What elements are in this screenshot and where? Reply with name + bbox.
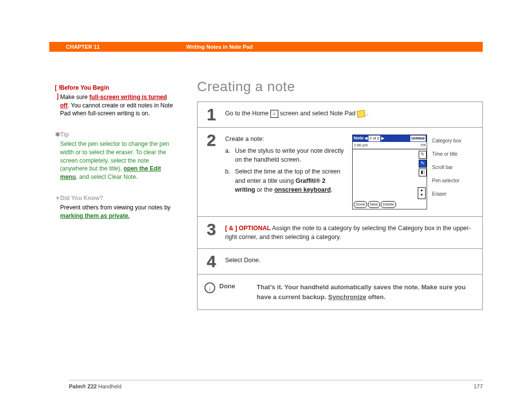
- step-3: 3 [ & ] OPTIONAL Assign the note to a ca…: [198, 216, 482, 248]
- marking-private-link[interactable]: marking them as private.: [60, 212, 130, 219]
- step-3-body: [ & ] OPTIONAL Assign the note to a cate…: [225, 217, 482, 248]
- main-content: Creating a note 1 Go to the Home ⌂ scree…: [197, 79, 483, 310]
- step-number: 3: [198, 217, 225, 248]
- page-footer: Palm® Z22 Handheld 177: [69, 380, 483, 389]
- page-number: 177: [474, 383, 483, 389]
- did-you-know-block: + Did You Know? Prevent others from view…: [60, 194, 173, 220]
- label-scroll: Scroll bar: [432, 164, 475, 171]
- sidebar: [ ! ] Before You Begin Make sure full-sc…: [60, 84, 173, 233]
- device-buttons: Done New Delete: [354, 201, 396, 208]
- alert-icon: [ ! ]: [54, 84, 61, 101]
- before-you-begin-heading: Before You Begin: [60, 84, 173, 92]
- device-category: Unfiled: [410, 136, 426, 141]
- device-new-button: New: [368, 201, 380, 208]
- done-row: ↓ Done That's it. Your handheld automati…: [198, 274, 482, 309]
- home-icon: ⌂: [270, 110, 278, 118]
- step-2: 2 Create a note: a. Use the stylus to wr…: [198, 127, 482, 216]
- chapter-header: CHAPTER 11 Writing Notes in Note Pad: [49, 42, 483, 52]
- device-delete-button: Delete: [381, 201, 396, 208]
- device-time: 1:00 pm: [354, 142, 368, 148]
- device-pager: 2 of 2: [368, 136, 380, 141]
- page-title: Creating a note: [197, 79, 483, 95]
- before-you-begin-body: Make sure full-screen writing is turned …: [60, 93, 173, 118]
- device-screenshot: Note ◀ 2 of 2 ▶ Unfiled 1:00 pm 7/5 ✎: [352, 135, 427, 209]
- steps-box: 1 Go to the Home ⌂ screen and select Not…: [197, 102, 483, 310]
- star-icon: ✱: [54, 131, 61, 139]
- optional-tag: [ & ] OPTIONAL: [225, 225, 270, 232]
- label-time: Time or title: [432, 151, 475, 157]
- done-text: That's it. Your handheld automatically s…: [257, 282, 475, 302]
- done-label: ↓ Done: [204, 282, 249, 302]
- prev-arrow-icon: ◀: [365, 136, 367, 141]
- device-scrollbar: ▲▼: [418, 187, 426, 199]
- label-eraser: Eraser: [432, 191, 475, 197]
- step-2-body: Create a note: a. Use the stylus to writ…: [225, 135, 347, 209]
- step-number: 1: [198, 102, 225, 127]
- device-date: 7/5: [420, 142, 426, 148]
- step-number: 2: [198, 128, 225, 216]
- pen-med-icon: ✎: [419, 160, 427, 168]
- device-tools: ✎ ✎ ◧: [419, 151, 426, 176]
- step-1: 1 Go to the Home ⌂ screen and select Not…: [198, 102, 482, 127]
- step-4: 4 Select Done.: [198, 248, 482, 274]
- device-done-button: Done: [354, 201, 367, 208]
- pen-thin-icon: ✎: [419, 151, 427, 159]
- notepad-icon: [357, 110, 365, 117]
- tip-block: ✱ Tip Select the pen selector to change …: [60, 131, 173, 181]
- device-labels: Category box Time or title Scroll bar Pe…: [432, 135, 475, 209]
- chapter-label: CHAPTER 11: [66, 44, 186, 50]
- device-subbar: 1:00 pm 7/5: [353, 142, 427, 149]
- label-category: Category box: [432, 137, 475, 144]
- step-4-body: Select Done.: [225, 249, 482, 274]
- label-pen: Pen selector: [432, 177, 475, 184]
- device-titlebar: Note ◀ 2 of 2 ▶ Unfiled: [353, 135, 427, 142]
- did-you-know-body: Prevent others from viewing your notes b…: [60, 204, 173, 220]
- synchronize-link[interactable]: Synchronize: [328, 293, 366, 301]
- did-you-know-heading: Did You Know?: [60, 194, 173, 203]
- plus-icon: +: [54, 194, 61, 203]
- chapter-title: Writing Notes in Note Pad: [186, 44, 253, 50]
- step-number: 4: [198, 249, 225, 274]
- eraser-icon: ◧: [419, 169, 427, 176]
- tip-heading: Tip: [60, 131, 173, 139]
- before-you-begin-block: [ ! ] Before You Begin Make sure full-sc…: [60, 84, 173, 118]
- down-arrow-icon: ↓: [204, 282, 215, 293]
- device-title: Note: [354, 135, 364, 141]
- footer-product: Palm® Z22 Handheld: [69, 383, 122, 389]
- step-1-body: Go to the Home ⌂ screen and select Note …: [225, 102, 482, 127]
- next-arrow-icon: ▶: [381, 136, 384, 141]
- tip-body: Select the pen selector to change the pe…: [60, 140, 173, 181]
